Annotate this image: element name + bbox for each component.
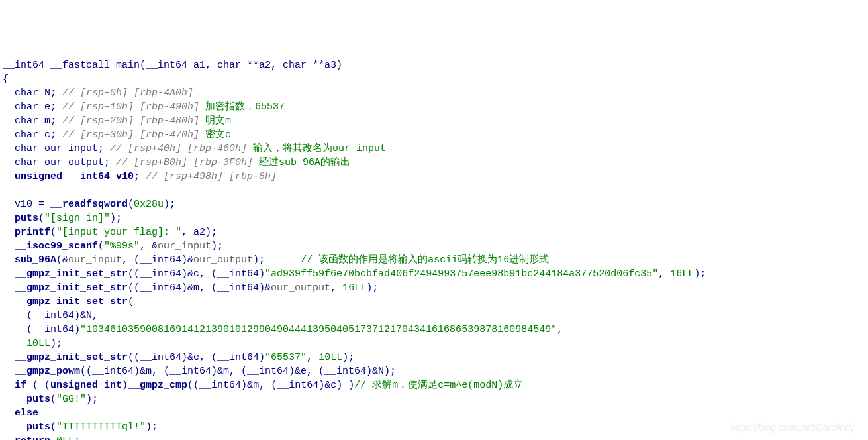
stmt-gmpz-N-l3: (__int64)"103461035900816914121390101299… (3, 324, 563, 335)
stmt-sub96a: sub_96A(&our_input, (__int64)&our_output… (3, 254, 549, 266)
stmt-gmpz-N-l4: 10LL); (3, 338, 62, 349)
stmt-else: else (3, 408, 38, 419)
decl-e: char e; // [rsp+10h] [rbp-490h] 加密指数，655… (3, 101, 285, 113)
stmt-v10: v10 = __readfsqword(0x28u); (3, 199, 175, 210)
stmt-gmpz-N-l2: (__int64)&N, (3, 310, 98, 321)
decl-N: char N; // [rsp+0h] [rbp-4A0h] (3, 87, 193, 99)
decl-our-output: char our_output; // [rsp+B0h] [rbp-3F0h]… (3, 157, 350, 168)
watermark: https://blog.csdn.net/Darcllndy (730, 421, 855, 435)
stmt-gmpz-N-l1: __gmpz_init_set_str( (3, 296, 134, 307)
decl-v10: unsigned __int64 v10; // [rsp+498h] [rbp… (3, 171, 277, 182)
decl-c: char c; // [rsp+30h] [rbp-470h] 密文c (3, 129, 231, 140)
stmt-printf: printf("[input your flag]: ", a2); (3, 227, 217, 238)
stmt-return: return 0LL; (3, 435, 80, 440)
decl-our-input: char our_input; // [rsp+40h] [rbp-460h] … (3, 143, 386, 154)
stmt-if: if ( (unsigned int)__gmpz_cmp((__int64)&… (3, 380, 523, 391)
line-signature: __int64 __fastcall main(__int64 a1, char… (3, 60, 342, 71)
stmt-puts-signin: puts("[sign in]"); (3, 213, 122, 224)
stmt-gmpz-m: __gmpz_init_set_str((__int64)&m, (__int6… (3, 282, 378, 294)
stmt-gmpz-c: __gmpz_init_set_str((__int64)&c, (__int6… (3, 268, 706, 280)
stmt-gmpz-powm: __gmpz_powm((__int64)&m, (__int64)&m, (_… (3, 366, 396, 377)
open-brace: { (3, 74, 9, 85)
stmt-puts-tql: puts("TTTTTTTTTTql!"); (3, 421, 158, 433)
code-block: __int64 __fastcall main(__int64 a1, char… (3, 58, 865, 440)
decl-m: char m; // [rsp+20h] [rbp-480h] 明文m (3, 115, 231, 127)
stmt-scanf: __isoc99_scanf("%99s", &our_input); (3, 241, 223, 252)
stmt-puts-gg: puts("GG!"); (3, 394, 98, 405)
stmt-gmpz-e: __gmpz_init_set_str((__int64)&e, (__int6… (3, 352, 354, 363)
